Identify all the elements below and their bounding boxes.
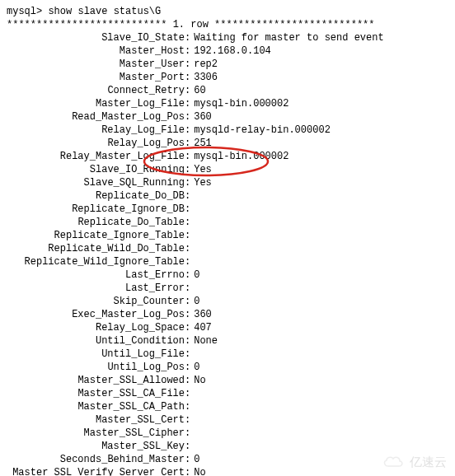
status-label: Relay_Log_Pos <box>7 137 185 150</box>
status-row: Until_Log_Pos: 0 <box>7 361 448 374</box>
status-value: rep2 <box>194 58 218 71</box>
separator: : <box>185 268 194 282</box>
status-label: Replicate_Wild_Ignore_Table <box>7 255 185 268</box>
status-row: Until_Condition: None <box>7 334 448 348</box>
separator: : <box>185 374 194 387</box>
separator: : <box>185 150 194 163</box>
status-label: Master_Port <box>7 71 185 84</box>
separator: : <box>185 124 194 137</box>
separator: : <box>185 413 194 427</box>
status-label: Master_SSL_Allowed <box>7 374 185 387</box>
cloud-icon <box>382 455 405 469</box>
status-row: Slave_SQL_Running: Yes <box>7 176 448 189</box>
separator: : <box>185 321 194 334</box>
status-label: Replicate_Do_Table <box>7 216 185 229</box>
status-value: 0 <box>194 453 199 466</box>
status-row: Replicate_Wild_Ignore_Table: <box>7 255 448 268</box>
status-label: Last_Error <box>7 282 185 295</box>
status-row: Master_SSL_Cert: <box>7 413 448 427</box>
separator: : <box>185 189 194 203</box>
status-label: Seconds_Behind_Master <box>7 453 185 466</box>
separator: : <box>185 308 194 321</box>
status-label: Master_SSL_Key <box>7 440 185 453</box>
status-row: Skip_Counter: 0 <box>7 295 448 308</box>
separator: : <box>185 203 194 216</box>
status-row: Master_Port: 3306 <box>7 71 448 84</box>
status-label: Replicate_Ignore_Table <box>7 229 185 242</box>
separator: : <box>185 466 194 476</box>
separator: : <box>185 400 194 413</box>
status-label: Master_SSL_Verify_Server_Cert <box>7 466 185 476</box>
status-row: Replicate_Ignore_Table: <box>7 229 448 242</box>
separator: : <box>185 282 194 295</box>
separator: : <box>185 58 194 71</box>
status-value: 192.168.0.104 <box>194 44 271 58</box>
status-value: mysql-bin.000002 <box>194 150 288 163</box>
separator: : <box>185 97 194 110</box>
separator: : <box>185 334 194 348</box>
separator: : <box>185 229 194 242</box>
status-row: Relay_Master_Log_File: mysql-bin.000002 <box>7 150 448 163</box>
row-header-mid: 1. row <box>173 18 209 31</box>
status-value: mysql-bin.000002 <box>194 97 288 110</box>
status-fields: Slave_IO_State: Waiting for master to se… <box>7 31 448 476</box>
separator: : <box>185 163 194 176</box>
separator: : <box>185 361 194 374</box>
status-label: Master_User <box>7 58 185 71</box>
status-label: Read_Master_Log_Pos <box>7 110 185 124</box>
separator: : <box>185 387 194 400</box>
row-header-left: *************************** <box>7 18 167 31</box>
status-label: Master_SSL_CA_Path <box>7 400 185 413</box>
status-row: Master_SSL_Allowed: No <box>7 374 448 387</box>
status-row: Relay_Log_File: mysqld-relay-bin.000002 <box>7 124 448 137</box>
status-row: Last_Errno: 0 <box>7 268 448 282</box>
status-label: Slave_SQL_Running <box>7 176 185 189</box>
status-value: No <box>194 466 205 476</box>
status-row: Slave_IO_State: Waiting for master to se… <box>7 31 448 44</box>
watermark-text: 亿速云 <box>410 455 447 469</box>
status-value: 0 <box>194 268 199 282</box>
separator: : <box>185 137 194 150</box>
status-row: Last_Error: <box>7 282 448 295</box>
status-value: 407 <box>194 321 212 334</box>
separator: : <box>185 255 194 268</box>
status-value: Yes <box>194 176 212 189</box>
status-value: 251 <box>194 137 212 150</box>
status-label: Connect_Retry <box>7 84 185 97</box>
separator: : <box>185 176 194 189</box>
status-value: 0 <box>194 295 199 308</box>
status-value: No <box>194 374 205 387</box>
status-label: Replicate_Ignore_DB <box>7 203 185 216</box>
separator: : <box>185 427 194 440</box>
status-label: Slave_IO_Running <box>7 163 185 176</box>
separator: : <box>185 348 194 361</box>
status-row: Master_Host: 192.168.0.104 <box>7 44 448 58</box>
status-label: Master_SSL_Cipher <box>7 427 185 440</box>
status-value: 3306 <box>194 71 218 84</box>
status-value: mysqld-relay-bin.000002 <box>194 124 331 137</box>
separator: : <box>185 71 194 84</box>
status-label: Master_SSL_Cert <box>7 413 185 427</box>
status-row: Replicate_Do_Table: <box>7 216 448 229</box>
status-value: 60 <box>194 84 205 97</box>
status-label: Exec_Master_Log_Pos <box>7 308 185 321</box>
command-line: mysql> show slave status\G <box>7 5 448 18</box>
separator: : <box>185 453 194 466</box>
status-row: Replicate_Wild_Do_Table: <box>7 242 448 255</box>
status-value: Yes <box>194 163 212 176</box>
status-label: Relay_Log_File <box>7 124 185 137</box>
status-row: Relay_Log_Pos: 251 <box>7 137 448 150</box>
status-row: Master_SSL_CA_Path: <box>7 400 448 413</box>
status-label: Replicate_Do_DB <box>7 189 185 203</box>
status-row: Relay_Log_Space: 407 <box>7 321 448 334</box>
status-label: Slave_IO_State <box>7 31 185 44</box>
row-header: *************************** 1. row *****… <box>7 18 448 31</box>
status-value: 360 <box>194 308 212 321</box>
separator: : <box>185 242 194 255</box>
status-label: Master_SSL_CA_File <box>7 387 185 400</box>
status-row: Master_SSL_CA_File: <box>7 387 448 400</box>
status-label: Until_Log_Pos <box>7 361 185 374</box>
status-label: Replicate_Wild_Do_Table <box>7 242 185 255</box>
status-row: Exec_Master_Log_Pos: 360 <box>7 308 448 321</box>
status-label: Until_Condition <box>7 334 185 348</box>
